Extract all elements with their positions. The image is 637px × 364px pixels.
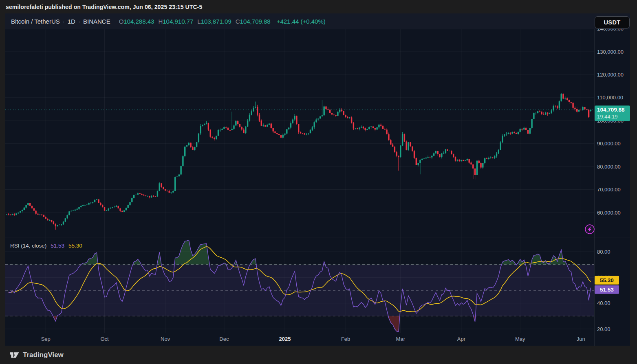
rsi-indicator-title[interactable]: RSI (14, close) (10, 243, 46, 249)
svg-text:55.30: 55.30 (600, 277, 614, 283)
high-label: H (158, 18, 163, 25)
svg-text:Oct: Oct (100, 336, 109, 342)
candles-up (6, 93, 591, 227)
exchange-label: BINANCE (83, 18, 110, 25)
rsi-value: 51.53 (51, 243, 64, 249)
tradingview-snapshot: semilorefaleti published on TradingView.… (0, 0, 637, 364)
rsi-legend: RSI (14, close) 51.53 55.30 (10, 243, 82, 249)
symbol-title[interactable]: Bitcoin / TetherUS (11, 18, 60, 25)
svg-text:110,000.00: 110,000.00 (597, 94, 623, 101)
svg-text:104,709.88: 104,709.88 (597, 107, 625, 113)
close-value: 104,709.88 (240, 18, 271, 25)
svg-text:Mar: Mar (396, 336, 406, 342)
footer-bar: TradingView (0, 346, 637, 364)
close-label: C (236, 18, 240, 25)
separator-dot: · (63, 18, 65, 25)
currency-toggle-button[interactable]: USDT (595, 16, 630, 29)
svg-text:Jun: Jun (577, 336, 585, 342)
price-label: 104,709.8819:44:19 (595, 105, 630, 121)
chart-region: 140,000.00130,000.00120,000.00110,000.00… (5, 13, 630, 346)
open-value: 104,288.43 (123, 18, 154, 25)
svg-text:Feb: Feb (341, 336, 350, 342)
rsi-ma-value: 55.30 (68, 243, 82, 249)
svg-text:Sep: Sep (41, 336, 51, 342)
svg-text:60,000.00: 60,000.00 (597, 210, 621, 216)
svg-text:Dec: Dec (219, 336, 229, 342)
low-label: L (197, 18, 201, 25)
low-value: 103,871.09 (201, 18, 231, 25)
svg-text:120,000.00: 120,000.00 (597, 72, 624, 78)
separator-dot: · (78, 18, 80, 25)
svg-text:80,000.00: 80,000.00 (597, 164, 621, 170)
svg-text:20.00: 20.00 (597, 326, 611, 332)
tradingview-wordmark: TradingView (23, 351, 64, 359)
svg-text:40.00: 40.00 (597, 300, 611, 306)
tradingview-logo[interactable]: TradingView (10, 351, 64, 359)
tradingview-logo-mark (10, 351, 20, 359)
svg-text:70,000.00: 70,000.00 (597, 186, 621, 193)
svg-text:19:44:19: 19:44:19 (597, 114, 618, 120)
svg-text:80.00: 80.00 (597, 249, 611, 255)
high-value: 104,910.77 (163, 18, 193, 25)
rsi-ma-label: 55.30 (595, 276, 619, 285)
svg-text:51.53: 51.53 (600, 287, 614, 293)
chart-header: Bitcoin / TetherUS · 1D · BINANCE O104,2… (5, 13, 630, 29)
change-readout: +421.44 (+0.40%) (277, 18, 326, 25)
ohlc-readout: O104,288.43 H104,910.77 L103,871.09 C104… (119, 18, 271, 25)
svg-text:Apr: Apr (457, 336, 466, 342)
open-label: O (119, 18, 124, 25)
interval-label[interactable]: 1D (68, 18, 75, 25)
svg-text:2025: 2025 (279, 336, 291, 342)
rsi-value-label: 51.53 (595, 285, 619, 294)
flash-icon[interactable] (585, 225, 594, 234)
chart-canvas[interactable]: 140,000.00130,000.00120,000.00110,000.00… (5, 13, 630, 346)
attribution-bar: semilorefaleti published on TradingView.… (0, 0, 637, 13)
svg-text:Nov: Nov (161, 336, 170, 342)
svg-text:130,000.00: 130,000.00 (597, 49, 624, 55)
candles-down (8, 94, 589, 230)
time-scale-labels[interactable]: SepOctNovDec2025FebMarAprMayJun (41, 336, 585, 342)
svg-text:May: May (515, 336, 525, 342)
attribution-text: semilorefaleti published on TradingView.… (6, 4, 202, 10)
svg-text:90,000.00: 90,000.00 (597, 140, 621, 147)
